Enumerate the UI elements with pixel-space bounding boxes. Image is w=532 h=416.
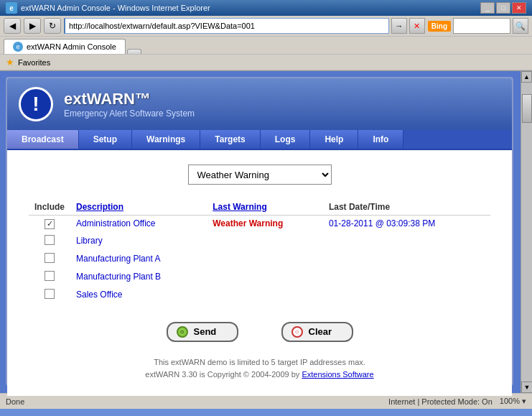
scroll-up[interactable]: ▲	[521, 71, 532, 83]
description-cell: Manufacturing Plant B	[70, 268, 207, 286]
button-row: ○ Send ○ Clear	[29, 322, 490, 342]
tab-ie-icon: e	[13, 42, 23, 52]
last-datetime-cell	[323, 232, 490, 250]
stop-button[interactable]: ✕	[409, 18, 425, 34]
footer-link[interactable]: Extensions Software	[302, 370, 373, 379]
footer-line1: This extWARN demo is limited to 5 target…	[29, 356, 490, 369]
main-content: Weather Warning Fire Warning Security Al…	[7, 150, 512, 396]
col-include: Include	[29, 199, 70, 216]
clear-icon: ○	[291, 326, 303, 338]
app-nav: Broadcast Setup Warnings Targets Logs He…	[7, 130, 512, 150]
close-button[interactable]: ✕	[512, 2, 526, 14]
bing-logo: Bing	[428, 21, 451, 32]
warning-select[interactable]: Weather Warning Fire Warning Security Al…	[188, 165, 332, 185]
checkbox-1[interactable]	[45, 235, 55, 245]
app-title-area: extWARN™ Emergency Alert Software System	[64, 90, 195, 119]
footer-line2: extWARN 3.30 is Copyright © 2004-2009 by…	[29, 369, 490, 382]
forward-button[interactable]: ▶	[24, 18, 41, 34]
app-logo: !	[19, 87, 53, 121]
browser-nav-bar: ◀ ▶ ↻ → ✕ Bing 🔍	[0, 16, 532, 37]
last-warning-cell: Weather Warning	[207, 216, 323, 232]
clear-label: Clear	[309, 326, 332, 337]
nav-broadcast[interactable]: Broadcast	[7, 130, 79, 149]
new-tab[interactable]	[127, 49, 141, 54]
last-warning-cell	[207, 250, 323, 268]
page-area: ▲ ▼ ! extWARN™ Emergency Alert Software …	[0, 71, 532, 393]
maximize-button[interactable]: □	[496, 2, 510, 14]
checkbox-3[interactable]	[45, 271, 55, 281]
checkbox-cell	[29, 250, 70, 268]
last-datetime-cell	[323, 286, 490, 304]
send-label: Send	[194, 326, 217, 337]
checkbox-0[interactable]: ✓	[45, 219, 55, 229]
nav-setup[interactable]: Setup	[79, 130, 132, 149]
status-zone: Internet | Protected Mode: On	[388, 397, 493, 406]
checkbox-cell: ✓	[29, 216, 70, 232]
content-box: ! extWARN™ Emergency Alert Software Syst…	[6, 77, 513, 386]
col-last-warning[interactable]: Last Warning	[207, 199, 323, 216]
go-button[interactable]: →	[391, 18, 407, 34]
scrollbar-thumb[interactable]	[522, 94, 532, 123]
checkbox-cell	[29, 286, 70, 304]
minimize-button[interactable]: _	[480, 2, 495, 14]
description-cell: Administration Office	[70, 216, 207, 232]
last-datetime-cell: 01-28-2011 @ 03:09:38 PM	[323, 216, 490, 232]
last-warning-cell	[207, 268, 323, 286]
clear-button[interactable]: ○ Clear	[281, 322, 353, 342]
window-controls: _ □ ✕	[480, 2, 526, 14]
nav-targets[interactable]: Targets	[200, 130, 260, 149]
search-area: Bing 🔍	[428, 18, 528, 34]
scrollbar: ▲ ▼	[521, 71, 532, 393]
nav-logs[interactable]: Logs	[261, 130, 311, 149]
table-row: Manufacturing Plant A	[29, 250, 490, 268]
nav-help[interactable]: Help	[310, 130, 358, 149]
checkbox-4[interactable]	[45, 289, 55, 299]
dropdown-row: Weather Warning Fire Warning Security Al…	[29, 165, 490, 185]
checkbox-cell	[29, 232, 70, 250]
title-bar: e extWARN Admin Console - Windows Intern…	[0, 0, 532, 16]
status-text: Done	[6, 397, 24, 406]
zoom-level: 100% ▾	[500, 397, 526, 406]
favorites-label: Favorites	[18, 58, 50, 67]
last-warning-cell	[207, 286, 323, 304]
footer: This extWARN demo is limited to 5 target…	[29, 356, 490, 382]
search-input[interactable]	[453, 18, 510, 34]
table-row: Library	[29, 232, 490, 250]
back-button[interactable]: ◀	[4, 18, 21, 34]
checkbox-2[interactable]	[45, 253, 55, 263]
tab-bar: e extWARN Admin Console	[0, 37, 532, 55]
address-input[interactable]	[64, 18, 389, 34]
table-row: Manufacturing Plant B	[29, 268, 490, 286]
last-warning-cell	[207, 232, 323, 250]
description-cell: Sales Office	[70, 286, 207, 304]
app-subtitle: Emergency Alert Software System	[64, 108, 195, 119]
scroll-down[interactable]: ▼	[521, 382, 532, 393]
send-button[interactable]: ○ Send	[167, 322, 238, 342]
refresh-button[interactable]: ↻	[44, 18, 61, 34]
ie-icon: e	[6, 2, 17, 14]
app-header: ! extWARN™ Emergency Alert Software Syst…	[7, 78, 512, 130]
nav-info[interactable]: Info	[358, 130, 403, 149]
star-icon: ★	[6, 57, 14, 68]
targets-table: Include Description Last Warning Last Da…	[29, 199, 490, 304]
last-datetime-cell	[323, 250, 490, 268]
send-icon: ○	[177, 326, 188, 338]
table-row: Sales Office	[29, 286, 490, 304]
checkbox-cell	[29, 268, 70, 286]
nav-warnings[interactable]: Warnings	[132, 130, 200, 149]
col-last-datetime: Last Date/Time	[323, 199, 490, 216]
favorites-bar: ★ Favorites	[0, 55, 532, 70]
window-title: extWARN Admin Console - Windows Internet…	[21, 4, 210, 12]
search-button[interactable]: 🔍	[513, 18, 528, 34]
logo-symbol: !	[32, 93, 39, 116]
last-datetime-cell	[323, 268, 490, 286]
table-row: ✓Administration OfficeWeather Warning01-…	[29, 216, 490, 232]
col-description[interactable]: Description	[70, 199, 207, 216]
description-cell: Manufacturing Plant A	[70, 250, 207, 268]
app-title: extWARN™	[64, 90, 195, 108]
tab-label: extWARN Admin Console	[27, 42, 116, 51]
footer-line2-prefix: extWARN 3.30 is Copyright © 2004-2009 by	[145, 370, 302, 379]
description-cell: Library	[70, 232, 207, 250]
address-bar: → ✕	[64, 18, 425, 34]
active-tab[interactable]: e extWARN Admin Console	[4, 39, 126, 54]
